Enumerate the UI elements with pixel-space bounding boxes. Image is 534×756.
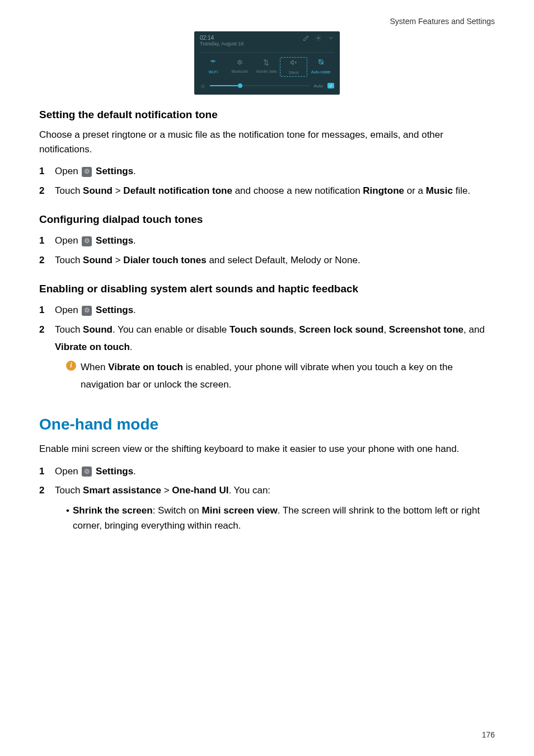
brightness-track — [210, 85, 309, 86]
edit-icon — [303, 35, 310, 43]
gear-icon: ⚙ — [82, 466, 92, 477]
tile-bluetooth: ✲ Bluetooth — [227, 57, 254, 77]
brightness-auto-toggle: ✓ — [327, 83, 334, 88]
screenshot-time: 02:14 — [200, 35, 244, 41]
heading-one-hand-mode: One-hand mode — [39, 416, 495, 433]
tile-autorotate-label: Auto-rotate — [311, 70, 331, 74]
tile-silent-highlighted: Silent — [280, 57, 308, 77]
intro-one-hand-mode: Enable mini screen view or the shifting … — [39, 442, 495, 456]
tile-mobile-data: ⇅ Mobile data — [253, 57, 280, 77]
gear-icon: ⚙ — [82, 306, 92, 316]
quick-settings-screenshot: 02:14 Tuesday, August 16 — [194, 31, 340, 95]
heading-notification-tone: Setting the default notification tone — [39, 109, 495, 121]
brightness-icon: ☼ — [200, 82, 205, 89]
sec2-step2: Touch Sound > Dialer touch tones and sel… — [39, 252, 495, 269]
tile-mobile-data-label: Mobile data — [256, 69, 277, 73]
wifi-icon — [201, 58, 226, 67]
info-icon: i — [66, 361, 76, 371]
sec2-step1: Open ⚙ Settings. — [39, 232, 495, 250]
auto-rotate-icon — [308, 58, 333, 67]
sec4-step2: Touch Smart assistance > One-hand UI. Yo… — [39, 482, 495, 533]
sec3-step1: Open ⚙ Settings. — [39, 302, 495, 319]
intro-notification-tone: Choose a preset ringtone or a music file… — [39, 128, 495, 156]
tile-auto-rotate: Auto-rotate — [307, 57, 334, 77]
bluetooth-icon: ✲ — [228, 58, 252, 67]
sec3-note: i When Vibrate on touch is enabled, your… — [55, 359, 495, 393]
sec4-bullet-shrink: Shrink the screen: Switch on Mini screen… — [66, 503, 495, 533]
sec4-step1: Open ⚙ Settings. — [39, 463, 495, 480]
header-breadcrumb: System Features and Settings — [39, 17, 495, 26]
svg-point-0 — [318, 38, 320, 39]
gear-icon: ⚙ — [82, 167, 92, 177]
tile-wifi: Wi-Fi — [200, 57, 227, 77]
screenshot-date: Tuesday, August 16 — [200, 41, 244, 46]
screenshot-container: 02:14 Tuesday, August 16 — [39, 31, 495, 95]
gear-icon — [315, 35, 322, 43]
page-number: 176 — [482, 730, 495, 739]
chevron-down-icon — [327, 35, 334, 43]
mobile-data-icon: ⇅ — [254, 58, 279, 67]
heading-system-alert: Enabling or disabling system alert sound… — [39, 283, 495, 295]
silent-icon — [282, 59, 306, 68]
sec1-step1: Open ⚙ Settings. — [39, 163, 495, 180]
tile-bluetooth-label: Bluetooth — [232, 69, 249, 73]
gear-icon: ⚙ — [82, 236, 92, 246]
brightness-auto-label: Auto — [314, 83, 323, 88]
heading-dialpad-tones: Configuring dialpad touch tones — [39, 213, 495, 226]
tile-silent-label: Silent — [289, 71, 299, 74]
brightness-slider: ☼ Auto ✓ — [200, 82, 334, 89]
tile-wifi-label: Wi-Fi — [209, 70, 218, 74]
sec1-step2: Touch Sound > Default notification tone … — [39, 183, 495, 200]
sec3-step2: Touch Sound. You can enable or disable T… — [39, 321, 495, 393]
